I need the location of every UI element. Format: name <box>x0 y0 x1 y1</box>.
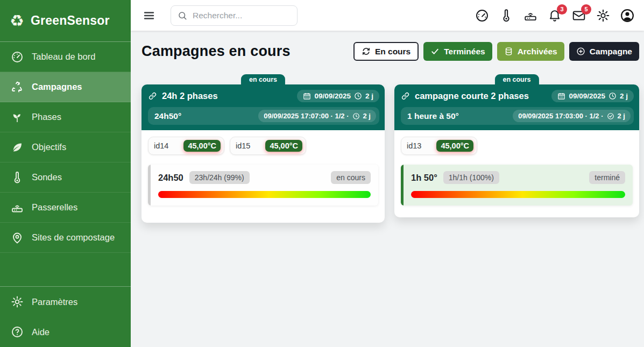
filter-label: Terminées <box>444 47 485 56</box>
messages-badge: 5 <box>581 4 591 15</box>
sidebar-nav: Tableau de bord Campagnes Phases Objecti… <box>0 42 131 253</box>
temperature-button[interactable] <box>499 9 513 23</box>
sensor-list: id14 45,00°C id15 45,00°C <box>148 137 378 155</box>
campaign-subtitle: 24h50° <box>154 111 181 121</box>
new-campagne-button[interactable]: Campagne <box>569 42 639 61</box>
sidebar-item-aide[interactable]: Aide <box>0 317 131 347</box>
campaign-title-link[interactable]: campagne courte 2 phases <box>401 91 529 101</box>
campaign-card-header: 24h 2 phases 09/09/2025 2 j 24h50° <box>141 84 385 130</box>
filter-label: Campagne <box>590 47 632 56</box>
sensor-id: id15 <box>236 141 250 150</box>
plus-circle-icon <box>576 47 585 56</box>
sidebar-item-label: Sites de compostage <box>32 232 115 243</box>
campaign-card: en cours 24h 2 phases 09/09/2025 <box>141 84 385 223</box>
temperature-badge: 45,00°C <box>183 140 221 152</box>
recycle-logo-icon: ♻ <box>10 13 24 29</box>
sidebar-item-label: Paramètres <box>32 297 77 307</box>
campaign-date: 09/09/2025 <box>569 92 605 100</box>
database-icon <box>504 47 513 56</box>
clock-icon <box>608 92 617 100</box>
sidebar-item-passerelles[interactable]: Passerelles <box>0 193 131 223</box>
phase-name: 24h50 <box>158 173 183 183</box>
sidebar-footer: Paramètres Aide <box>0 286 131 347</box>
phase-progress-label: 1h/1h (100%) <box>443 171 499 184</box>
calendar-icon <box>303 92 311 100</box>
filter-label: En cours <box>375 47 411 56</box>
recycle-icon <box>11 81 24 94</box>
sidebar-item-sondes[interactable]: Sondes <box>0 162 131 193</box>
gear-icon <box>596 9 610 23</box>
sidebar-item-campagnes[interactable]: Campagnes <box>0 72 131 102</box>
filter-terminees-button[interactable]: Terminées <box>423 42 492 61</box>
campaign-sub-meta: 09/09/2025 17:03:00 · 1/2 · <box>518 112 603 120</box>
campaign-card-body: id13 45,00°C 1h 50° 1h/1h (100%) terminé <box>394 130 639 217</box>
filter-en-cours-button[interactable]: En cours <box>353 42 419 61</box>
messages-button[interactable]: 5 <box>572 9 586 23</box>
brand-logo[interactable]: ♻ GreenSensor <box>0 0 131 42</box>
brand-name: GreenSensor <box>31 13 110 28</box>
link-icon <box>401 91 410 101</box>
router-icon <box>11 201 24 214</box>
campaign-subheader: 1 heure à 50° 09/09/2025 17:03:00 · 1/2 … <box>401 107 634 125</box>
campaign-date: 09/09/2025 <box>314 92 351 100</box>
sidebar-item-label: Campagnes <box>32 82 82 92</box>
gateways-button[interactable] <box>523 9 537 23</box>
settings-button[interactable] <box>596 9 610 23</box>
sensor-id: id14 <box>154 141 168 150</box>
topbar-actions: 3 5 <box>475 9 634 23</box>
campaign-card-body: id14 45,00°C id15 45,00°C <box>141 130 385 223</box>
phase-name: 1h 50° <box>411 173 437 183</box>
router-icon <box>523 9 537 23</box>
menu-icon[interactable] <box>143 9 155 22</box>
sidebar-spacer <box>0 253 131 286</box>
campaign-sub-meta: 09/09/2025 17:07:00 · 1/2 · <box>264 112 349 120</box>
phase-status-badge: terminé <box>589 171 625 184</box>
sensor-chip[interactable]: id13 45,00°C <box>401 137 477 155</box>
campaign-card: en cours campagne courte 2 phases 09/09/… <box>394 84 639 217</box>
sidebar-item-label: Phases <box>32 112 61 122</box>
filter-label: Archivées <box>518 47 557 56</box>
leaf-icon <box>11 141 24 154</box>
notifications-button[interactable]: 3 <box>548 9 562 23</box>
status-tab: en cours <box>494 74 539 86</box>
gauge-icon <box>475 9 489 23</box>
filter-archivees-button[interactable]: Archivées <box>497 42 564 61</box>
avatar-icon <box>620 9 634 23</box>
page-title: Campagnes en cours <box>141 43 291 60</box>
sensor-list: id13 45,00°C <box>401 137 633 155</box>
campaign-title-link[interactable]: 24h 2 phases <box>148 91 218 101</box>
check-circle-icon <box>607 112 614 120</box>
search-input[interactable] <box>193 11 291 20</box>
thermometer-icon <box>11 171 24 184</box>
main-content: Campagnes en cours En cours Terminées Ar… <box>131 31 644 347</box>
sidebar-item-tableau-de-bord[interactable]: Tableau de bord <box>0 42 131 72</box>
status-tab: en cours <box>241 74 285 86</box>
phase-progress-label: 23h/24h (99%) <box>189 171 250 184</box>
phase-row: 1h 50° 1h/1h (100%) terminé <box>401 165 633 206</box>
phase-row: 24h50 23h/24h (99%) en cours <box>148 165 378 206</box>
clock-icon <box>354 92 362 100</box>
campaign-progress-pill: 09/09/2025 17:03:00 · 1/2 · 2 j <box>513 110 631 122</box>
sidebar: ♻ GreenSensor Tableau de bord Campagnes … <box>0 0 131 347</box>
sensor-chip[interactable]: id15 45,00°C <box>230 137 306 155</box>
account-button[interactable] <box>620 9 634 23</box>
sidebar-item-sites-de-compostage[interactable]: Sites de compostage <box>0 223 131 253</box>
sidebar-item-objectifs[interactable]: Objectifs <box>0 132 131 162</box>
thermometer-icon <box>499 9 513 23</box>
temperature-badge: 45,00°C <box>436 140 473 152</box>
sidebar-item-label: Aide <box>32 327 49 337</box>
search-box[interactable] <box>171 5 298 26</box>
sidebar-item-parametres[interactable]: Paramètres <box>0 287 131 317</box>
check-icon <box>430 47 440 56</box>
sidebar-item-phases[interactable]: Phases <box>0 102 131 132</box>
sensor-chip[interactable]: id14 45,00°C <box>148 137 224 155</box>
calendar-icon <box>557 92 565 100</box>
app-root: ♻ GreenSensor Tableau de bord Campagnes … <box>0 0 644 347</box>
sync-icon <box>362 47 371 56</box>
filter-buttons: En cours Terminées Archivées Campagne <box>353 42 639 61</box>
campaign-subtitle: 1 heure à 50° <box>407 111 459 121</box>
dashboard-gauge-button[interactable] <box>475 9 489 23</box>
page-header: Campagnes en cours En cours Terminées Ar… <box>141 42 639 61</box>
campaign-date-pill: 09/09/2025 2 j <box>551 90 634 102</box>
sidebar-item-label: Passerelles <box>32 202 77 213</box>
